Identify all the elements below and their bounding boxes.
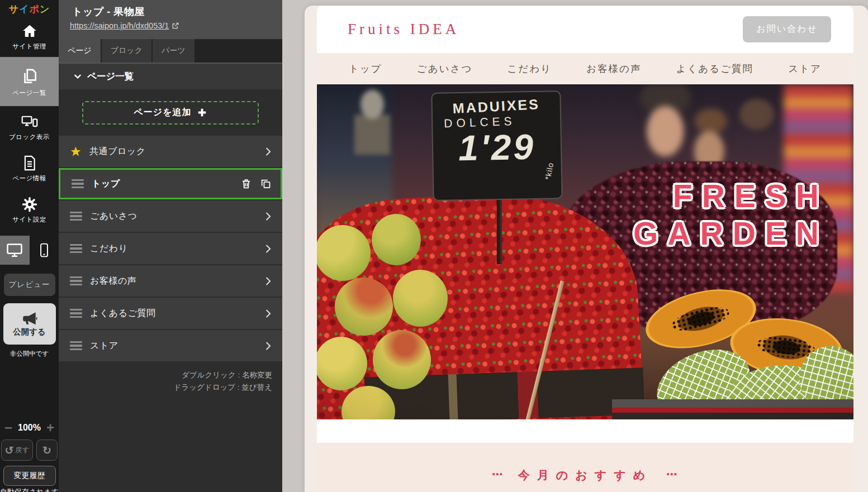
editor-icon-rail: サイポン サイト管理 ページ一覧 ブロック表示 ページ情報 サイト設定 プレビュ… <box>0 0 59 492</box>
copy-icon[interactable] <box>260 178 272 190</box>
site-nav-greeting[interactable]: ごあいさつ <box>417 62 473 75</box>
hero-bottom-strip <box>317 419 853 443</box>
autosave-note: 自動保存されます <box>0 487 59 492</box>
chevron-right-icon <box>263 243 273 254</box>
list-item-faq[interactable]: よくあるご質問 <box>59 298 282 329</box>
chevron-right-icon <box>263 308 273 319</box>
page-url-link[interactable]: https://saipon.jp/h/dxd053/1 <box>70 21 179 30</box>
phone-icon <box>40 243 49 257</box>
contact-button[interactable]: お問い合わせ <box>743 16 831 42</box>
external-link-icon <box>172 22 179 30</box>
preview-button[interactable]: プレビュー <box>4 274 55 296</box>
site-header: Fruits IDEA お問い合わせ <box>317 6 853 53</box>
site-nav-store[interactable]: ストア <box>788 62 822 75</box>
gear-icon <box>21 196 38 213</box>
tab-parts[interactable]: パーツ <box>153 39 195 63</box>
device-toggle <box>0 236 59 265</box>
pages-icon <box>20 67 39 86</box>
zoom-out-button[interactable]: − <box>4 423 12 433</box>
section-heading: 今月のおすすめ <box>518 469 652 481</box>
publish-button[interactable]: 公開する <box>3 303 56 345</box>
drag-handle-icon[interactable] <box>70 212 82 221</box>
list-item-commitment[interactable]: こだわり <box>59 233 282 264</box>
undo-icon: ↺ <box>4 444 13 457</box>
tab-page[interactable]: ページ <box>59 39 101 63</box>
page-list-section-header[interactable]: ページ一覧 <box>59 63 282 89</box>
list-item-common-block[interactable]: 共通ブロック <box>59 136 282 167</box>
publish-status: 非公開中です <box>10 350 49 358</box>
zoom-control: − 100% + <box>4 423 54 433</box>
zoom-level: 100% <box>18 423 41 433</box>
plus-icon <box>197 107 207 118</box>
document-icon <box>21 155 38 171</box>
chevron-right-icon <box>263 341 273 351</box>
redo-icon: ↻ <box>42 444 51 457</box>
hero-image: MADUIXES DOLCES 1'29 *kilo FRESH GARDEN <box>317 84 853 419</box>
site-nav: トップ ごあいさつ こだわり お客様の声 よくあるご質問 ストア <box>317 53 853 84</box>
site-nav-commitment[interactable]: こだわり <box>507 62 552 75</box>
decor-dots: ⋯ <box>666 468 679 480</box>
decor-dots: ⋯ <box>492 468 504 480</box>
home-icon <box>21 23 38 40</box>
page-title: トップ - 果物屋 <box>72 5 282 18</box>
sidebar-item-block-view[interactable]: ブロック表示 <box>0 106 59 147</box>
mobile-view-button[interactable] <box>30 236 59 265</box>
drag-handle-icon[interactable] <box>70 309 82 318</box>
drag-handle-icon[interactable] <box>70 341 82 351</box>
usage-hints: ダブルクリック : 名称変更 ドラッグドロップ : 並び替え <box>59 362 282 394</box>
tab-block[interactable]: ブロック <box>102 39 151 63</box>
list-item-top-selected[interactable]: トップ <box>59 168 282 199</box>
hero-vignette <box>317 84 853 419</box>
page-list: 共通ブロック トップ ごあいさつ こだわり お客様の声 <box>59 136 282 362</box>
panel-tabbar: ページ ブロック パーツ <box>59 39 282 63</box>
chevron-down-icon <box>73 72 82 81</box>
list-item-store[interactable]: ストア <box>59 330 282 361</box>
add-page-button[interactable]: ページを追加 <box>82 101 259 125</box>
chevron-right-icon <box>263 211 273 222</box>
desktop-view-button[interactable] <box>0 236 30 265</box>
drag-handle-icon[interactable] <box>70 244 82 254</box>
sidebar-item-site-management[interactable]: サイト管理 <box>0 16 59 57</box>
sidebar-item-site-settings[interactable]: サイト設定 <box>0 189 59 230</box>
sidebar-item-page-info[interactable]: ページ情報 <box>0 147 59 189</box>
megaphone-icon <box>21 311 38 326</box>
zoom-in-button[interactable]: + <box>46 423 54 433</box>
monitor-icon <box>6 242 23 258</box>
recommend-section: ⋯ 今月のおすすめ ⋯ <box>317 443 853 492</box>
drag-handle-icon[interactable] <box>72 179 84 189</box>
redo-button[interactable]: ↻ <box>36 440 58 461</box>
star-icon <box>70 146 82 157</box>
site-nav-top[interactable]: トップ <box>349 62 382 75</box>
list-item-greeting[interactable]: ごあいさつ <box>59 200 282 232</box>
change-history-button[interactable]: 変更履歴 <box>3 466 56 486</box>
site-nav-faq[interactable]: よくあるご質問 <box>676 62 754 75</box>
undo-button[interactable]: ↺ 戻す <box>1 440 33 461</box>
chevron-right-icon <box>263 276 273 286</box>
drag-handle-icon[interactable] <box>70 276 82 286</box>
site-logo: Fruits IDEA <box>348 21 459 38</box>
page-list-panel: トップ - 果物屋 https://saipon.jp/h/dxd053/1 ペ… <box>59 0 282 492</box>
list-item-customer-voice[interactable]: お客様の声 <box>59 265 282 297</box>
site-nav-customer-voice[interactable]: お客様の声 <box>586 62 641 75</box>
editor-canvas: Fruits IDEA お問い合わせ トップ ごあいさつ こだわり お客様の声 … <box>282 0 868 492</box>
trash-icon[interactable] <box>240 178 252 190</box>
chevron-right-icon <box>263 146 273 157</box>
sidebar-item-page-list[interactable]: ページ一覧 <box>0 57 59 106</box>
panel-header: トップ - 果物屋 https://saipon.jp/h/dxd053/1 <box>59 0 282 39</box>
preview-page: Fruits IDEA お問い合わせ トップ ごあいさつ こだわり お客様の声 … <box>305 6 868 492</box>
devices-icon <box>21 113 38 130</box>
saipon-logo: サイポン <box>9 3 50 16</box>
